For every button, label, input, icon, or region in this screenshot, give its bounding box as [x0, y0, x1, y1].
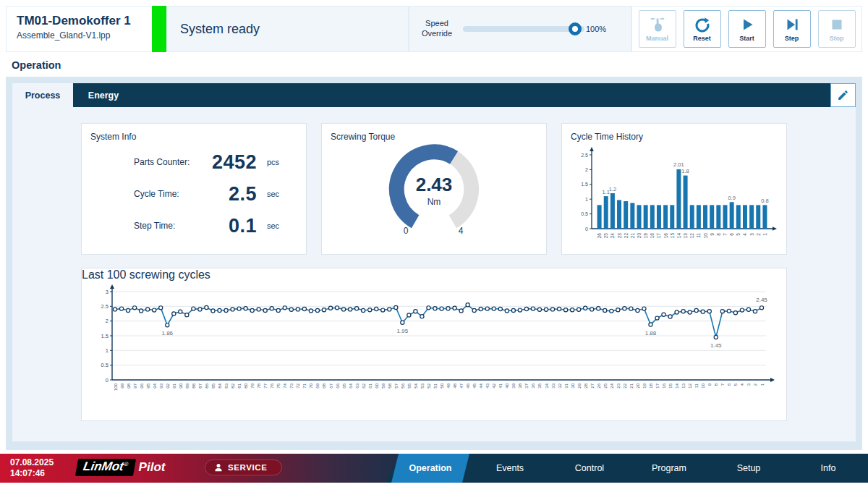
nav-info[interactable]: Info — [788, 454, 868, 483]
svg-text:41: 41 — [498, 383, 503, 388]
svg-text:91: 91 — [172, 383, 176, 388]
svg-text:24: 24 — [610, 383, 614, 388]
svg-text:43: 43 — [485, 383, 490, 388]
cycle-time-row: Cycle Time: 2.5 sec — [82, 178, 306, 210]
screwing-cycles-title: Last 100 screwing cycles — [82, 268, 786, 281]
svg-text:1: 1 — [106, 347, 109, 354]
svg-text:68: 68 — [322, 383, 326, 388]
datetime-display: 07.08.2025 14:07:46 — [10, 457, 54, 479]
svg-text:23: 23 — [617, 233, 622, 239]
svg-text:78: 78 — [257, 383, 261, 388]
svg-text:89: 89 — [185, 383, 190, 388]
svg-text:61: 61 — [368, 383, 373, 388]
torque-gauge: 2.43 Nm 0 4 — [322, 142, 546, 245]
main-navigation: Operation Events Control Program Setup I… — [391, 454, 868, 483]
page-title: Operation — [12, 59, 868, 71]
status-green-indicator — [152, 6, 166, 52]
stop-button[interactable]: Stop — [818, 10, 856, 48]
svg-text:3: 3 — [749, 233, 754, 236]
svg-text:99: 99 — [120, 383, 124, 388]
svg-text:2: 2 — [753, 383, 757, 386]
nav-operation[interactable]: Operation — [391, 454, 470, 483]
svg-text:32: 32 — [558, 383, 562, 388]
system-info-title: System Info — [82, 124, 306, 142]
svg-text:16: 16 — [662, 383, 666, 388]
svg-text:1.45: 1.45 — [710, 342, 722, 349]
svg-text:58: 58 — [388, 383, 392, 388]
svg-text:7: 7 — [723, 233, 728, 236]
svg-text:96: 96 — [140, 383, 144, 388]
svg-text:12: 12 — [689, 233, 694, 239]
svg-text:20: 20 — [636, 383, 640, 388]
svg-text:1: 1 — [585, 197, 588, 202]
manual-button-label: Manual — [646, 35, 668, 42]
svg-text:33: 33 — [551, 383, 556, 388]
user-icon — [214, 463, 223, 472]
edit-layout-button[interactable] — [830, 83, 856, 107]
svg-text:24: 24 — [610, 233, 615, 239]
nav-control[interactable]: Control — [550, 454, 629, 483]
svg-text:4: 4 — [742, 233, 747, 236]
reset-button[interactable]: Reset — [684, 10, 721, 48]
svg-text:10: 10 — [703, 233, 708, 239]
device-name: TM01-Demokoffer 1 — [17, 14, 152, 28]
svg-text:90: 90 — [179, 383, 183, 388]
svg-text:35: 35 — [537, 383, 542, 388]
nav-events[interactable]: Events — [470, 454, 550, 483]
svg-text:75: 75 — [276, 383, 281, 388]
tab-energy[interactable]: Energy — [73, 83, 134, 107]
svg-text:5: 5 — [733, 383, 738, 386]
svg-text:9: 9 — [710, 233, 715, 236]
svg-text:94: 94 — [153, 383, 157, 388]
svg-text:64: 64 — [349, 383, 353, 388]
nav-setup[interactable]: Setup — [709, 454, 788, 483]
linmot-pilot-logo: LinMot® Pilot — [77, 459, 165, 476]
screwing-torque-title: Screwing Torque — [322, 124, 546, 142]
system-status-message: System ready — [180, 22, 260, 37]
svg-text:53: 53 — [420, 383, 425, 388]
svg-text:66: 66 — [336, 383, 340, 388]
svg-text:17: 17 — [656, 233, 661, 239]
svg-text:14: 14 — [675, 383, 679, 388]
svg-text:37: 37 — [524, 383, 529, 388]
svg-text:11: 11 — [696, 233, 701, 238]
tab-process[interactable]: Process — [12, 83, 73, 107]
svg-text:0.8: 0.8 — [761, 198, 768, 204]
svg-text:36: 36 — [531, 383, 535, 388]
svg-text:21: 21 — [629, 383, 634, 388]
svg-text:18: 18 — [649, 383, 653, 388]
svg-text:84: 84 — [218, 383, 222, 388]
svg-text:92: 92 — [166, 383, 170, 388]
user-role-label: SERVICE — [228, 463, 267, 472]
speed-override-slider[interactable] — [463, 26, 584, 32]
svg-text:45: 45 — [472, 383, 477, 388]
svg-text:0.9: 0.9 — [728, 195, 735, 201]
svg-text:2: 2 — [756, 233, 761, 236]
step-button[interactable]: Step — [773, 10, 811, 48]
process-tab-content: System Info Parts Counter: 2452 pcs Cycl… — [12, 107, 856, 441]
start-button[interactable]: Start — [728, 10, 766, 48]
svg-text:28: 28 — [584, 383, 588, 388]
svg-text:86: 86 — [205, 383, 209, 388]
svg-text:4: 4 — [740, 383, 744, 386]
step-time-row: Step Time: 0.1 sec — [82, 210, 306, 242]
svg-text:11: 11 — [694, 383, 699, 388]
svg-text:2.5: 2.5 — [101, 303, 109, 310]
start-button-label: Start — [739, 35, 754, 42]
parts-counter-row: Parts Counter: 2452 pcs — [82, 146, 306, 178]
nav-program[interactable]: Program — [629, 454, 709, 483]
manual-button[interactable]: Manual — [639, 10, 676, 48]
stop-button-label: Stop — [830, 35, 844, 42]
speed-override-slider-knob[interactable] — [569, 22, 582, 35]
svg-text:15: 15 — [668, 383, 673, 388]
svg-text:98: 98 — [127, 383, 131, 388]
svg-text:93: 93 — [159, 383, 163, 388]
svg-text:95: 95 — [146, 383, 150, 388]
svg-text:1.5: 1.5 — [101, 333, 109, 339]
svg-text:42: 42 — [492, 383, 496, 388]
svg-text:3: 3 — [746, 383, 751, 386]
svg-text:49: 49 — [446, 383, 451, 388]
svg-text:83: 83 — [224, 383, 229, 388]
svg-text:74: 74 — [283, 383, 287, 388]
user-role-badge[interactable]: SERVICE — [205, 460, 282, 475]
